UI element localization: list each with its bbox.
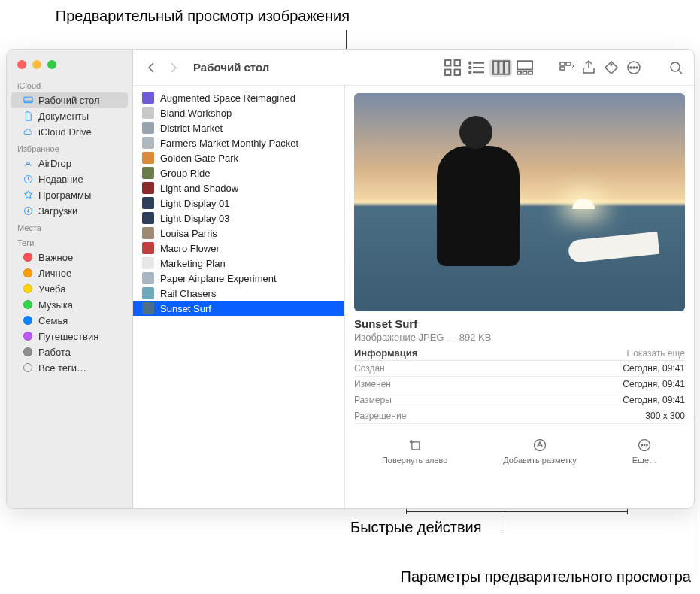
svg-point-29: [636, 67, 638, 68]
file-item[interactable]: Paper Airplane Experiment: [133, 271, 344, 286]
sidebar-item-label: Рабочий стол: [38, 95, 100, 106]
svg-point-28: [633, 67, 635, 68]
file-item[interactable]: Sunset Surf: [133, 301, 344, 316]
sidebar-tag-item[interactable]: Важное: [11, 250, 128, 265]
sidebar-section-icloud: iCloud: [7, 77, 132, 92]
svg-point-27: [630, 67, 632, 68]
sidebar-item-label: AirDrop: [38, 158, 71, 169]
minimize-button[interactable]: [32, 60, 41, 69]
info-heading: Информация: [354, 347, 417, 359]
annotation-line: [406, 511, 628, 512]
svg-point-12: [469, 62, 471, 64]
file-item[interactable]: Group Ride: [133, 165, 344, 180]
file-name: Group Ride: [160, 168, 210, 179]
sidebar-item-all-tags[interactable]: Все теги…: [11, 360, 128, 375]
file-item[interactable]: Light and Shadow: [133, 180, 344, 195]
more-actions-button[interactable]: Еще…: [632, 438, 657, 465]
share-button[interactable]: [580, 59, 598, 77]
group-button[interactable]: [557, 59, 575, 77]
sidebar-item-label: iCloud Drive: [38, 126, 92, 138]
file-name: Macro Flower: [160, 243, 220, 254]
file-thumbnail-icon: [142, 242, 154, 254]
view-gallery-button[interactable]: [514, 59, 536, 77]
file-item[interactable]: Augmented Space Reimagined: [133, 90, 344, 105]
file-item[interactable]: Farmers Market Monthly Packet: [133, 135, 344, 150]
svg-rect-32: [411, 442, 419, 450]
download-icon: [22, 205, 34, 217]
svg-rect-20: [523, 71, 527, 74]
sidebar-item-downloads[interactable]: Загрузки: [11, 203, 128, 218]
file-name: Golden Gate Park: [160, 153, 238, 164]
rotate-left-button[interactable]: Повернуть влево: [382, 438, 447, 465]
info-row: СозданСегодня, 09:41: [354, 361, 685, 377]
search-button[interactable]: [667, 59, 685, 77]
file-thumbnail-icon: [142, 302, 154, 314]
svg-rect-7: [445, 69, 451, 75]
file-list[interactable]: Augmented Space ReimaginedBland Workshop…: [133, 86, 345, 508]
svg-point-14: [469, 71, 471, 74]
clock-icon: [22, 173, 34, 185]
file-name: Light Display 03: [160, 213, 230, 224]
sidebar-item-label: Личное: [38, 268, 71, 279]
annotation-line: [695, 418, 695, 577]
sidebar-item-airdrop[interactable]: AirDrop: [11, 156, 128, 171]
file-item[interactable]: District Market: [133, 120, 344, 135]
file-item[interactable]: Light Display 01: [133, 195, 344, 211]
svg-point-30: [671, 62, 680, 71]
file-item[interactable]: Macro Flower: [133, 241, 344, 256]
sidebar-tag-item[interactable]: Учеба: [11, 281, 128, 296]
applications-icon: [22, 189, 34, 201]
info-key: Изменен: [354, 379, 391, 389]
show-more-button[interactable]: Показать еще: [627, 348, 685, 359]
file-name: Rail Chasers: [160, 288, 216, 299]
file-name: Marketing Plan: [160, 258, 226, 269]
file-name: Farmers Market Monthly Packet: [160, 138, 298, 149]
svg-point-25: [611, 64, 612, 65]
file-item[interactable]: Marketing Plan: [133, 256, 344, 271]
file-item[interactable]: Louisa Parris: [133, 226, 344, 241]
quick-action-label: Еще…: [632, 456, 657, 465]
file-item[interactable]: Bland Workshop: [133, 105, 344, 120]
forward-button[interactable]: [165, 59, 183, 77]
zoom-button[interactable]: [47, 60, 56, 69]
close-button[interactable]: [17, 60, 26, 69]
sidebar-item-label: Загрузки: [38, 205, 77, 217]
file-item[interactable]: Golden Gate Park: [133, 150, 344, 165]
svg-rect-0: [23, 97, 32, 103]
file-name: Light and Shadow: [160, 183, 238, 194]
sidebar-tag-item[interactable]: Путешествия: [11, 329, 128, 344]
sidebar-item-label: Путешествия: [38, 331, 98, 342]
back-button[interactable]: [142, 59, 160, 77]
file-thumbnail-icon: [142, 212, 154, 224]
file-item[interactable]: Light Display 03: [133, 211, 344, 226]
markup-button[interactable]: Добавить разметку: [503, 438, 577, 465]
sidebar-tag-item[interactable]: Семья: [11, 313, 128, 328]
file-name: Sunset Surf: [160, 303, 211, 314]
file-thumbnail-icon: [142, 287, 154, 299]
svg-rect-24: [566, 62, 571, 65]
sidebar-item-icloud-drive[interactable]: iCloud Drive: [11, 124, 128, 139]
preview-pane: Sunset Surf Изображение JPEG — 892 KB Ин…: [345, 86, 694, 508]
svg-point-13: [469, 66, 471, 68]
sidebar-tag-item[interactable]: Личное: [11, 265, 128, 280]
tags-button[interactable]: [602, 59, 620, 77]
sidebar-tag-item[interactable]: Работа: [11, 344, 128, 359]
action-button[interactable]: [625, 59, 643, 77]
sidebar-item-recents[interactable]: Недавние: [11, 171, 128, 186]
view-list-button[interactable]: [465, 59, 488, 77]
sidebar-item-label: Учеба: [38, 283, 66, 295]
sidebar-item-label: Важное: [38, 252, 73, 263]
svg-rect-21: [529, 71, 532, 74]
view-columns-button[interactable]: [489, 59, 512, 77]
file-item[interactable]: Rail Chasers: [133, 286, 344, 301]
sidebar-item-label: Документы: [38, 111, 89, 122]
file-thumbnail-icon: [142, 107, 154, 119]
file-name: Louisa Parris: [160, 228, 217, 239]
sidebar-tag-item[interactable]: Музыка: [11, 297, 128, 312]
sidebar: iCloud Рабочий стол Документы iCloud Dri…: [7, 50, 133, 508]
view-icons-button[interactable]: [441, 59, 464, 77]
file-thumbnail-icon: [142, 152, 154, 164]
sidebar-item-documents[interactable]: Документы: [11, 108, 128, 123]
sidebar-item-applications[interactable]: Программы: [11, 187, 128, 202]
sidebar-item-desktop[interactable]: Рабочий стол: [11, 92, 128, 108]
